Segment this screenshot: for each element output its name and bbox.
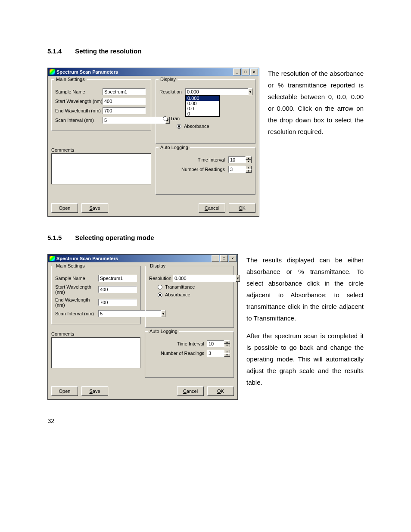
scan-interval-label: Scan Interval (nm) <box>55 118 103 123</box>
number-of-readings-spinner[interactable]: ▲▼ <box>207 350 230 357</box>
radio-icon <box>163 116 168 121</box>
ok-button[interactable]: OK <box>207 386 234 396</box>
end-wavelength-label: End Wavelength (nm) <box>55 297 98 308</box>
dialog-spectrum-scan-parameters-2: Spectrum Scan Parameters _ □ × Sample Na… <box>47 254 238 400</box>
scan-interval-combo[interactable]: ▼ <box>98 310 137 317</box>
group-auto-logging: Time Interval ▲▼ Number of Readings <box>145 331 234 378</box>
resolution-option-2[interactable]: 0.0 <box>186 106 219 111</box>
time-interval-label: Time Interval <box>177 341 204 346</box>
spin-down-icon[interactable]: ▼ <box>246 160 252 163</box>
comments-textarea[interactable] <box>51 337 140 368</box>
radio-icon <box>158 285 162 289</box>
number-of-readings-spinner[interactable]: ▲▼ <box>228 166 252 173</box>
dialog-spectrum-scan-parameters-1: Spectrum Scan Parameters _ □ × Sample Na… <box>47 68 259 217</box>
start-wavelength-label: Start Wavelength (nm) <box>55 99 103 104</box>
resolution-label: Resolution <box>159 89 185 94</box>
start-wavelength-label: Start Wavelength (nm) <box>55 284 98 295</box>
titlebar[interactable]: Spectrum Scan Parameters _ □ × <box>48 68 259 76</box>
end-wavelength-label: End Wavelength (nm) <box>55 108 103 113</box>
spin-up-icon[interactable]: ▲ <box>246 166 252 169</box>
sample-name-label: Sample Name <box>55 89 103 94</box>
ok-button[interactable]: OK <box>229 203 255 213</box>
maximize-button[interactable]: □ <box>220 255 228 262</box>
absorbance-radio[interactable]: Absorbance <box>158 292 230 297</box>
open-button[interactable]: Open <box>51 203 78 213</box>
spin-down-icon[interactable]: ▼ <box>224 353 230 357</box>
resolution-option-3[interactable]: 0 <box>186 111 219 116</box>
radio-icon <box>177 124 181 129</box>
spin-up-icon[interactable]: ▲ <box>224 340 230 344</box>
number-of-readings-label: Number of Readings <box>161 351 204 356</box>
group-display: Resolution ▼ 0.000 0.00 0.0 0 <box>156 79 255 144</box>
group-main-settings: Sample Name Start Wavelength (nm) End Wa… <box>51 79 151 131</box>
body-text-2: The results displayed can be either abso… <box>246 254 364 394</box>
chevron-down-icon[interactable]: ▼ <box>236 275 240 282</box>
time-interval-spinner[interactable]: ▲▼ <box>228 156 252 163</box>
sample-name-input[interactable] <box>103 88 146 95</box>
group-main-settings: Sample Name Start Wavelength (nm) End Wa… <box>51 266 141 324</box>
minimize-button[interactable]: _ <box>233 68 241 75</box>
spin-up-icon[interactable]: ▲ <box>224 350 230 353</box>
sample-name-label: Sample Name <box>55 276 98 281</box>
save-button[interactable]: Save <box>81 203 108 213</box>
comments-textarea[interactable] <box>51 153 151 184</box>
resolution-combo[interactable]: ▼ 0.000 0.00 0.0 0 <box>185 88 226 95</box>
comments-label: Comments <box>51 147 151 152</box>
group-auto-logging: Time Interval ▲▼ Number of Readings <box>156 147 255 195</box>
cancel-button[interactable]: Cancel <box>177 386 204 396</box>
app-icon <box>50 256 55 261</box>
chevron-down-icon[interactable]: ▼ <box>248 88 252 95</box>
resolution-dropdown-list[interactable]: 0.000 0.00 0.0 0 <box>185 95 220 117</box>
section-heading-1: 5.1.4 Setting the resolution <box>47 47 364 55</box>
end-wavelength-input[interactable] <box>103 107 146 114</box>
section-heading-2: 5.1.5 Selecting operating mode <box>47 234 364 241</box>
cancel-button[interactable]: Cancel <box>199 203 225 213</box>
close-button[interactable]: × <box>250 68 258 75</box>
transmittance-radio[interactable]: Transmittance <box>158 284 230 289</box>
absorbance-radio[interactable]: Absorbance <box>177 124 252 129</box>
resolution-option-0[interactable]: 0.000 <box>186 96 219 101</box>
spin-down-icon[interactable]: ▼ <box>224 344 230 347</box>
resolution-label: Resolution <box>149 276 173 281</box>
comments-label: Comments <box>51 331 140 336</box>
group-display: Resolution ▼ Transmittance <box>145 266 234 328</box>
app-icon <box>50 69 55 75</box>
time-interval-label: Time Interval <box>198 157 225 162</box>
titlebar[interactable]: Spectrum Scan Parameters _ □ × <box>48 255 237 262</box>
start-wavelength-input[interactable] <box>98 286 137 293</box>
number-of-readings-label: Number of Readings <box>181 167 225 172</box>
time-interval-spinner[interactable]: ▲▼ <box>207 340 230 347</box>
scan-interval-label: Scan Interval (nm) <box>55 311 98 316</box>
body-text-1: The resolution of the absorbance or % tr… <box>268 68 364 143</box>
save-button[interactable]: Save <box>81 386 108 396</box>
open-button[interactable]: Open <box>51 386 78 396</box>
minimize-button[interactable]: _ <box>212 255 219 262</box>
resolution-option-1[interactable]: 0.00 <box>186 101 219 106</box>
spin-down-icon[interactable]: ▼ <box>246 169 252 173</box>
scan-interval-combo[interactable]: ▼ <box>103 117 146 124</box>
spin-up-icon[interactable]: ▲ <box>246 156 252 160</box>
resolution-combo[interactable]: ▼ <box>173 275 209 282</box>
maximize-button[interactable]: □ <box>242 68 249 75</box>
radio-icon <box>158 292 162 297</box>
start-wavelength-input[interactable] <box>103 98 146 105</box>
sample-name-input[interactable] <box>98 275 137 282</box>
end-wavelength-input[interactable] <box>98 299 137 306</box>
close-button[interactable]: × <box>229 255 237 262</box>
page-number: 32 <box>47 417 364 424</box>
